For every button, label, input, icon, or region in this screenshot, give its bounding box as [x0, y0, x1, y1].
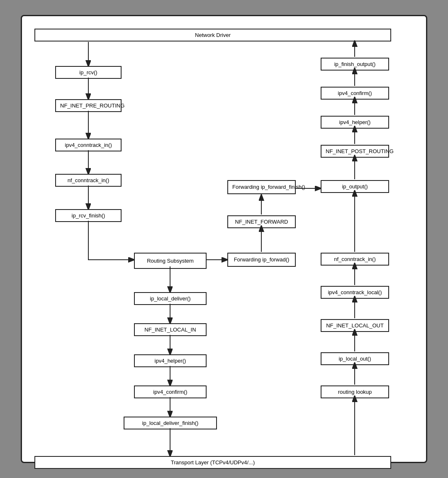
ipv4-confirm-bottom-box: ipv4_confirm()	[134, 385, 207, 398]
nf-inet-post-routing-box: NF_INET_POST_ROUTING	[321, 145, 389, 158]
nf-inet-forward-box: NF_INET_FORWARD	[227, 215, 296, 228]
network-driver-box: Network Driver	[34, 29, 391, 41]
nf-inet-local-out-box: NF_INET_LOCAL_OUT	[321, 319, 389, 332]
forwarding-ip-forward-finish-box: Forwarding ip_forward_finish()	[227, 180, 296, 194]
ip-rcv-box: ip_rcv()	[55, 66, 122, 79]
routing-lookup-box: routing lookup	[321, 385, 389, 398]
ip-output-box: ip_output()	[321, 180, 389, 193]
ip-local-out-box: ip_local_out()	[321, 352, 389, 365]
diagram-container: Network Driver ip_rcv() NF_INET_PRE_ROUT…	[21, 15, 427, 463]
routing-subsystem-box: Routing Subsystem	[134, 253, 207, 269]
ipv4-helper-bottom-box: ipv4_helper()	[134, 354, 207, 367]
ipv4-conntrack-local-box: ipv4_conntrack_local()	[321, 286, 389, 299]
nf-conntrack-in-right-box: nf_conntrack_in()	[321, 253, 389, 266]
nf-inet-pre-routing-box: NF_INET_PRE_ROUTING	[55, 99, 122, 112]
ipv4-confirm-top-box: ipv4_confirm()	[321, 87, 389, 100]
transport-layer-box: Transport Layer (TCPv4/UDPv4/...)	[34, 456, 391, 469]
ip-finish-output-box: ip_finish_output()	[321, 58, 389, 71]
ip-local-deliver-finish-box: ip_local_deliver_finish()	[124, 417, 217, 429]
forwarding-ip-forwad-box: Forwarding ip_forwad()	[227, 253, 296, 267]
ipv4-helper-top-box: ipv4_helper()	[321, 116, 389, 129]
ip-local-deliver-box: ip_local_deliver()	[134, 292, 207, 305]
nf-conntrack-in-box: nf_conntrack_in()	[55, 174, 122, 187]
nf-inet-local-in-box: NF_INET_LOCAL_IN	[134, 323, 207, 336]
ipv4-conntrack-in-top-box: ipv4_conntrack_in()	[55, 139, 122, 151]
ip-rcv-finish-box: ip_rcv_finish()	[55, 209, 122, 222]
